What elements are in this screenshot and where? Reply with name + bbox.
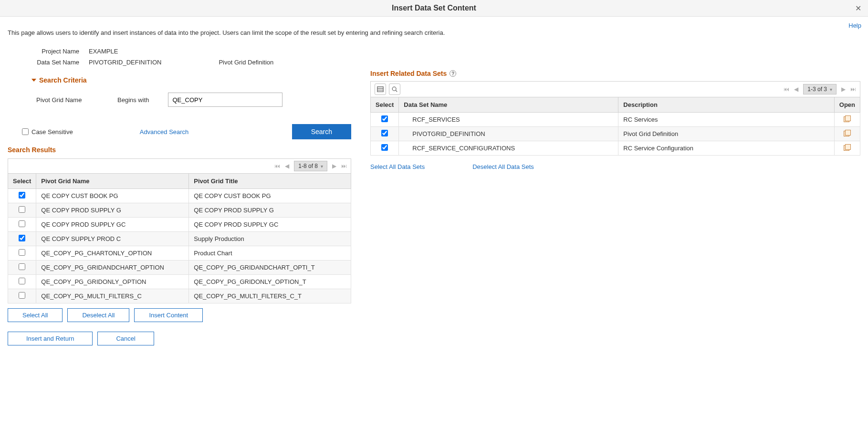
personalize-icon[interactable] <box>375 84 386 95</box>
table-row: QE COPY SUPPLY PROD CSupply Production <box>8 232 351 246</box>
col-title: Pivot Grid Title <box>189 174 351 189</box>
table-row: RCF_SERVICESRC Services <box>371 113 860 127</box>
cancel-button[interactable]: Cancel <box>97 332 154 345</box>
svg-line-4 <box>396 90 397 92</box>
related-pager: ⏮ ◀ 1-3 of 3 ▾ ▶ ⏭ <box>784 84 856 94</box>
table-row: QE COPY PROD SUPPLY GQE COPY PROD SUPPLY… <box>8 203 351 218</box>
related-pager-next-icon[interactable]: ▶ <box>841 86 846 93</box>
results-pager-prev-icon[interactable]: ◀ <box>285 163 289 169</box>
related-pager-range[interactable]: 1-3 of 3 ▾ <box>803 84 837 94</box>
row-name: RCF_SERVICE_CONFIGURATIONS <box>399 141 618 156</box>
results-pager-last-icon[interactable]: ⏭ <box>341 163 347 169</box>
related-table: Select Data Set Name Description Open RC… <box>370 97 860 156</box>
related-pager-first-icon[interactable]: ⏮ <box>784 86 789 93</box>
rel-col-select: Select <box>371 97 399 113</box>
row-name: QE COPY PROD SUPPLY G <box>36 203 189 218</box>
row-title: QE_COPY_PG_GRIDONLY_OPTION_T <box>189 275 351 289</box>
open-icon[interactable] <box>844 115 850 122</box>
svg-point-3 <box>392 87 396 91</box>
row-name: QE COPY CUST BOOK PG <box>36 189 189 203</box>
deselect-all-datasets-link[interactable]: Deselect All Data Sets <box>472 163 534 170</box>
row-title: QE COPY PROD SUPPLY GC <box>189 218 351 232</box>
row-title: QE COPY PROD SUPPLY G <box>189 203 351 218</box>
row-select-checkbox[interactable] <box>381 130 388 136</box>
search-results-label: Search Results <box>8 146 56 154</box>
dataset-name-row: Data Set Name PIVOTGRID_DEFINITION Pivot… <box>22 59 860 66</box>
row-select-checkbox[interactable] <box>19 206 25 213</box>
row-name: QE_COPY_PG_MULTI_FILTERS_C <box>36 289 189 303</box>
row-select-checkbox[interactable] <box>381 144 388 151</box>
col-name: Pivot Grid Name <box>36 174 189 189</box>
results-pager-first-icon[interactable]: ⏮ <box>274 163 280 169</box>
results-pager: ⏮ ◀ 1-8 of 8 ▾ ▶ ⏭ <box>274 161 347 171</box>
row-name: QE COPY SUPPLY PROD C <box>36 232 189 246</box>
row-title: QE_COPY_PG_GRIDANDCHART_OPTI_T <box>189 261 351 275</box>
dataset-name-value: PIVOTGRID_DEFINITION <box>89 59 161 66</box>
table-row: QE_COPY_PG_GRIDONLY_OPTIONQE_COPY_PG_GRI… <box>8 275 351 289</box>
case-sensitive-checkbox[interactable] <box>22 128 29 135</box>
project-name-label: Project Name <box>22 48 89 55</box>
related-pager-prev-icon[interactable]: ◀ <box>794 86 798 93</box>
search-criteria-header[interactable]: Search Criteria <box>31 76 351 84</box>
svg-rect-0 <box>377 87 383 92</box>
dataset-name-label: Data Set Name <box>22 59 89 66</box>
table-row: QE_COPY_PG_MULTI_FILTERS_CQE_COPY_PG_MUL… <box>8 289 351 303</box>
row-select-checkbox[interactable] <box>381 115 388 122</box>
search-criteria-label: Search Criteria <box>39 76 87 84</box>
results-pager-next-icon[interactable]: ▶ <box>332 163 336 169</box>
related-pager-last-icon[interactable]: ⏭ <box>850 86 856 93</box>
open-icon[interactable] <box>844 130 850 136</box>
search-value-input[interactable] <box>168 93 282 107</box>
row-title: Product Chart <box>189 246 351 261</box>
page-description: This page allows users to identify and i… <box>8 29 860 36</box>
row-select-checkbox[interactable] <box>19 220 25 227</box>
results-table: Select Pivot Grid Name Pivot Grid Title … <box>8 173 351 303</box>
related-title: Insert Related Data Sets <box>370 70 447 77</box>
row-name: QE_COPY_PG_GRIDANDCHART_OPTION <box>36 261 189 275</box>
row-title: Supply Production <box>189 232 351 246</box>
search-field-label: Pivot Grid Name <box>36 96 98 104</box>
row-select-checkbox[interactable] <box>19 235 25 241</box>
row-select-checkbox[interactable] <box>19 192 25 198</box>
row-select-checkbox[interactable] <box>19 263 25 270</box>
rel-col-desc: Description <box>618 97 834 113</box>
help-link[interactable]: Help <box>848 22 861 29</box>
row-name: QE_COPY_PG_CHARTONLY_OPTION <box>36 246 189 261</box>
results-grid-toolbar: ⏮ ◀ 1-8 of 8 ▾ ▶ ⏭ <box>8 158 351 173</box>
table-row: QE_COPY_PG_GRIDANDCHART_OPTIONQE_COPY_PG… <box>8 261 351 275</box>
select-all-datasets-link[interactable]: Select All Data Sets <box>370 163 425 170</box>
open-icon[interactable] <box>844 144 850 151</box>
advanced-search-link[interactable]: Advanced Search <box>140 128 189 136</box>
row-select-checkbox[interactable] <box>19 278 25 284</box>
chevron-down-icon: ▾ <box>830 87 832 92</box>
search-operator-label: Begins with <box>117 96 149 104</box>
row-name: PIVOTGRID_DEFINITION <box>399 127 618 141</box>
table-row: QE_COPY_PG_CHARTONLY_OPTIONProduct Chart <box>8 246 351 261</box>
row-desc: Pivot Grid Definition <box>618 127 834 141</box>
related-toolbar: ⏮ ◀ 1-3 of 3 ▾ ▶ ⏭ <box>370 81 860 97</box>
results-pager-range[interactable]: 1-8 of 8 ▾ <box>294 161 327 171</box>
case-sensitive-label: Case Sensitive <box>31 128 73 136</box>
project-name-value: EXAMPLE <box>89 48 118 55</box>
search-criteria-block: Pivot Grid Name Begins with Case Sensiti… <box>8 93 351 139</box>
table-row: PIVOTGRID_DEFINITIONPivot Grid Definitio… <box>371 127 860 141</box>
row-desc: RC Service Configuration <box>618 141 834 156</box>
close-icon[interactable]: ✕ <box>855 4 861 13</box>
page-title: Insert Data Set Content <box>0 4 868 12</box>
deselect-all-button[interactable]: Deselect All <box>67 308 129 322</box>
search-button[interactable]: Search <box>292 124 351 139</box>
table-row: QE COPY PROD SUPPLY GCQE COPY PROD SUPPL… <box>8 218 351 232</box>
dataset-desc-value: Pivot Grid Definition <box>219 59 273 66</box>
project-name-row: Project Name EXAMPLE <box>22 48 860 55</box>
row-name: RCF_SERVICES <box>399 113 618 127</box>
insert-content-button[interactable]: Insert Content <box>134 308 203 322</box>
find-icon[interactable] <box>389 84 400 95</box>
row-select-checkbox[interactable] <box>19 292 25 299</box>
help-icon[interactable]: ? <box>450 70 456 77</box>
modal-header: Insert Data Set Content ✕ <box>0 0 868 17</box>
row-select-checkbox[interactable] <box>19 249 25 256</box>
select-all-button[interactable]: Select All <box>8 308 63 322</box>
insert-and-return-button[interactable]: Insert and Return <box>8 332 93 345</box>
rel-col-open: Open <box>834 97 860 113</box>
col-select: Select <box>8 174 36 189</box>
